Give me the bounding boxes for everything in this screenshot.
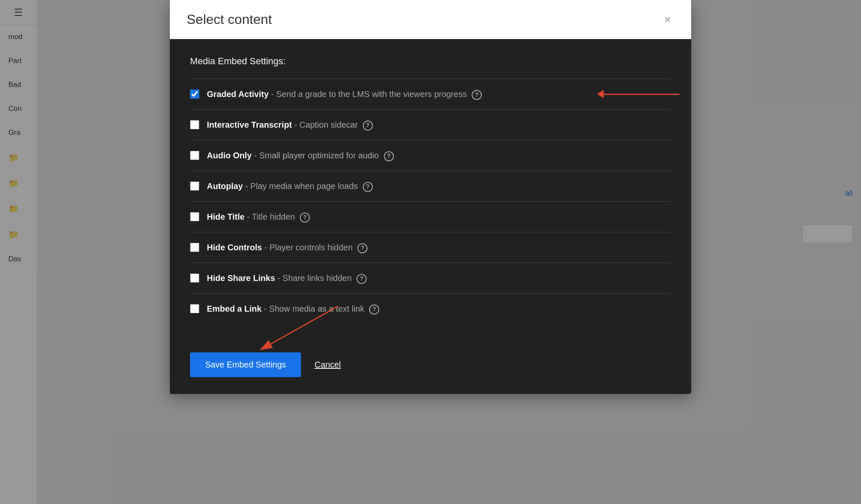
graded-activity-help-icon[interactable]: ?	[472, 90, 482, 100]
autoplay-label: Autoplay - Play media when page loads ?	[207, 180, 373, 192]
settings-item-embed-link: Embed a Link - Show media as a text link…	[190, 294, 671, 324]
arrow-head	[597, 90, 604, 98]
embed-link-label: Embed a Link - Show media as a text link…	[207, 303, 379, 315]
graded-activity-checkbox[interactable]	[190, 89, 199, 99]
graded-activity-label: Graded Activity - Send a grade to the LM…	[207, 88, 482, 100]
settings-section-title: Media Embed Settings:	[190, 56, 671, 67]
hide-title-help-icon[interactable]: ?	[300, 213, 310, 223]
hide-title-checkbox[interactable]	[190, 212, 199, 221]
hide-controls-label: Hide Controls - Player controls hidden ?	[207, 242, 367, 253]
hide-share-links-checkbox[interactable]	[190, 273, 199, 283]
graded-activity-arrow	[597, 90, 679, 98]
audio-only-help-icon[interactable]: ?	[384, 151, 394, 161]
embed-link-checkbox[interactable]	[190, 304, 199, 313]
select-content-modal: Select content × Media Embed Settings: G…	[170, 0, 691, 394]
settings-item-hide-share-links: Hide Share Links - Share links hidden ?	[190, 263, 671, 294]
embed-link-help-icon[interactable]: ?	[369, 304, 379, 315]
hide-title-label: Hide Title - Title hidden ?	[207, 211, 310, 223]
modal-close-button[interactable]: ×	[661, 12, 674, 27]
settings-item-graded-activity: Graded Activity - Send a grade to the LM…	[190, 79, 671, 110]
settings-item-audio-only: Audio Only - Small player optimized for …	[190, 140, 671, 171]
settings-item-hide-controls: Hide Controls - Player controls hidden ?	[190, 232, 671, 263]
hide-controls-checkbox[interactable]	[190, 243, 199, 252]
audio-only-checkbox[interactable]	[190, 151, 199, 160]
cancel-button[interactable]: Cancel	[311, 352, 344, 377]
audio-only-label: Audio Only - Small player optimized for …	[207, 150, 394, 161]
modal-title: Select content	[187, 12, 272, 27]
interactive-transcript-help-icon[interactable]: ?	[363, 121, 373, 131]
settings-item-autoplay: Autoplay - Play media when page loads ?	[190, 171, 671, 202]
settings-list: Graded Activity - Send a grade to the LM…	[190, 79, 671, 324]
arrow-line	[604, 94, 679, 95]
hide-share-links-help-icon[interactable]: ?	[357, 274, 367, 284]
autoplay-help-icon[interactable]: ?	[363, 182, 373, 192]
modal-header: Select content ×	[170, 0, 691, 39]
modal-overlay: Select content × Media Embed Settings: G…	[0, 0, 861, 504]
interactive-transcript-checkbox[interactable]	[190, 120, 199, 129]
hide-controls-help-icon[interactable]: ?	[357, 243, 367, 253]
autoplay-checkbox[interactable]	[190, 181, 199, 191]
modal-footer: Save Embed Settings Cancel	[170, 344, 691, 394]
save-embed-settings-button[interactable]: Save Embed Settings	[190, 352, 301, 377]
settings-item-hide-title: Hide Title - Title hidden ?	[190, 202, 671, 232]
settings-item-interactive-transcript: Interactive Transcript - Caption sidecar…	[190, 110, 671, 140]
modal-body: Media Embed Settings: Graded Activity - …	[170, 39, 691, 344]
hide-share-links-label: Hide Share Links - Share links hidden ?	[207, 272, 367, 284]
interactive-transcript-label: Interactive Transcript - Caption sidecar…	[207, 119, 373, 131]
